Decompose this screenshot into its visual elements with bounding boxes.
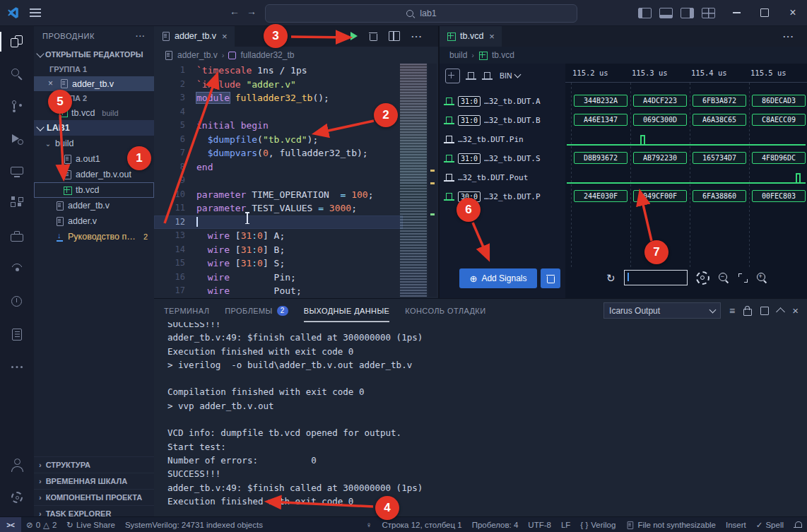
sidebar-section-структура[interactable]: ›СТРУКТУРА — [34, 456, 154, 473]
panel-tab[interactable]: ПРОБЛЕМЫ2 — [225, 299, 288, 322]
panel-tab[interactable]: ТЕРМИНАЛ — [164, 299, 209, 322]
explorer-icon[interactable] — [0, 25, 34, 58]
settings-icon[interactable] — [0, 481, 34, 514]
menu-icon[interactable] — [30, 8, 41, 17]
zoom-out-icon[interactable]: − — [718, 272, 730, 284]
filter-icon[interactable]: ≡ — [729, 305, 735, 317]
signal-item[interactable]: 31:0…32_tb.DUT.S — [440, 149, 565, 168]
add-marker-icon[interactable] — [445, 69, 460, 83]
split-editor-icon[interactable] — [389, 31, 400, 41]
add-signals-button[interactable]: ⊕ Add Signals — [459, 268, 537, 288]
input-mode-status[interactable]: Insert — [721, 517, 751, 532]
sidebar-section-временная-шкала[interactable]: ›ВРЕМЕННАЯ ШКАЛА — [34, 473, 154, 489]
window-maximize-button[interactable] — [750, 0, 779, 25]
sidebar-section-компоненты-проекта[interactable]: ›КОМПОНЕНТЫ ПРОЕКТА — [34, 489, 154, 505]
fit-view-icon[interactable] — [738, 273, 748, 283]
problems-status[interactable]: ⊘ 0 △ 2 — [21, 517, 61, 532]
close-icon[interactable]: × — [222, 31, 228, 42]
signal-item[interactable]: 31:0…32_tb.DUT.B — [440, 111, 565, 130]
tree-item[interactable]: adder_tb.v.out — [34, 167, 154, 182]
encoding-status[interactable]: UTF-8 — [523, 517, 556, 532]
live-share-status[interactable]: ↻ Live Share — [61, 517, 120, 532]
overview-ruler[interactable] — [428, 64, 437, 297]
workspace-root[interactable]: LAB1 — [34, 120, 154, 136]
waveform-canvas[interactable]: 115.2 us115.3 us115.4 us115.5 us 344B232… — [565, 64, 807, 298]
signal-item[interactable]: …32_tb.DUT.Pout — [440, 168, 565, 187]
panel-tab[interactable]: ВЫХОДНЫЕ ДАННЫЕ — [304, 299, 390, 322]
language-status[interactable]: SystemVerilog: 24731 indexed objects — [120, 517, 268, 532]
tab-adder-tb[interactable]: adder_tb.v × — [154, 25, 235, 47]
sidebar-section-task-explorer[interactable]: ›TASK EXPLORER — [34, 505, 154, 516]
close-panel-icon[interactable]: × — [792, 305, 799, 317]
tab-tb-vcd[interactable]: tb.vcd × — [440, 25, 502, 47]
source-control-icon[interactable] — [0, 90, 34, 123]
synthesizable-status[interactable]: File not synthesizable — [620, 517, 721, 532]
command-center-search[interactable]: lab1 — [265, 4, 577, 23]
eol-status[interactable]: LF — [556, 517, 575, 532]
refresh-icon[interactable]: ↻ — [606, 273, 615, 283]
spell-status[interactable]: ✓ Spell — [751, 517, 789, 532]
live-share-icon[interactable] — [0, 253, 34, 285]
breadcrumb-file[interactable]: tb.vcd — [492, 50, 514, 60]
history-icon[interactable] — [0, 285, 34, 318]
symbol-indicator[interactable]: ♀ — [361, 517, 377, 532]
customize-layout-icon[interactable] — [702, 8, 715, 18]
breadcrumb-file[interactable]: adder_tb.v — [177, 50, 218, 60]
window-minimize-button[interactable] — [722, 0, 750, 25]
code-editor[interactable]: 1`timescale 1ns / 1ps2`include "adder.v"… — [154, 64, 403, 298]
toggle-panel-icon[interactable] — [659, 8, 673, 18]
open-editor-item[interactable]: tb.vcd build — [34, 105, 154, 120]
signal-item[interactable]: 31:0…32_tb.DUT.A — [440, 92, 565, 111]
open-in-editor-icon[interactable] — [760, 307, 769, 315]
zoom-in-icon[interactable]: + — [756, 272, 768, 284]
breadcrumb-folder[interactable]: build — [449, 50, 467, 60]
tree-item[interactable]: adder_tb.v — [34, 198, 154, 213]
breadcrumb-symbol[interactable]: fulladder32_tb — [240, 50, 294, 60]
output-view[interactable]: SUCCESS!!!adder_tb.v:49: $finish called … — [154, 322, 803, 517]
close-icon[interactable]: × — [489, 31, 495, 42]
search-icon[interactable] — [0, 58, 34, 90]
remove-signals-button[interactable] — [541, 268, 560, 288]
tree-item[interactable]: tb.vcd — [34, 182, 154, 198]
toggle-sidebar-icon[interactable] — [638, 8, 652, 18]
tree-item[interactable]: adder.v — [34, 213, 154, 229]
account-icon[interactable] — [0, 449, 34, 481]
wave-style-icon[interactable] — [482, 72, 493, 80]
notifications-bell[interactable] — [789, 517, 807, 532]
more-actions-icon[interactable]: ··· — [783, 31, 794, 42]
signal-item[interactable]: 30:0…32_tb.DUT.P — [440, 187, 565, 206]
window-close-button[interactable]: × — [779, 0, 807, 25]
notebook-icon[interactable] — [0, 318, 34, 350]
output-channel-select[interactable]: Icarus Output — [603, 302, 721, 319]
maximize-panel-icon[interactable] — [776, 307, 785, 317]
language-mode[interactable]: { } Verilog — [575, 517, 620, 532]
more-icon[interactable] — [0, 350, 34, 383]
remote-explorer-icon[interactable] — [0, 155, 34, 188]
run-button[interactable] — [351, 32, 358, 40]
cursor-position[interactable]: Строка 12, столбец 1 — [377, 517, 466, 532]
indentation-status[interactable]: Пробелов: 4 — [467, 517, 524, 532]
remote-indicator[interactable]: >< — [0, 517, 21, 532]
more-actions-icon[interactable]: ··· — [411, 31, 423, 42]
timestamp-input[interactable] — [624, 270, 688, 285]
extensions-icon[interactable] — [0, 188, 34, 220]
tree-item[interactable]: Руководство по ...2 — [34, 229, 154, 244]
minimap[interactable] — [400, 64, 427, 297]
radix-select[interactable]: BIN — [500, 71, 520, 80]
gear-icon[interactable] — [696, 271, 709, 285]
trash-icon[interactable] — [369, 32, 377, 41]
panel-tab[interactable]: КОНСОЛЬ ОТЛАДКИ — [405, 299, 485, 322]
sidebar-more-icon[interactable]: ··· — [136, 32, 146, 40]
forward-arrow-icon[interactable]: → — [245, 6, 259, 17]
wave-style-icon[interactable] — [466, 72, 476, 80]
open-editor-item[interactable]: × adder_tb.v — [34, 76, 154, 91]
signal-item[interactable]: …32_tb.DUT.Pin — [440, 130, 565, 149]
lock-icon[interactable] — [743, 309, 752, 316]
tree-item[interactable]: ⌄build — [34, 136, 154, 151]
open-editors-header[interactable]: ОТКРЫТЫЕ РЕДАКТОРЫ — [34, 47, 154, 62]
tree-item[interactable]: a.out1 — [34, 151, 154, 167]
project-manager-icon[interactable] — [0, 220, 34, 253]
run-debug-icon[interactable] — [0, 123, 34, 155]
back-arrow-icon[interactable]: ← — [228, 6, 242, 17]
close-icon[interactable]: × — [48, 80, 56, 88]
